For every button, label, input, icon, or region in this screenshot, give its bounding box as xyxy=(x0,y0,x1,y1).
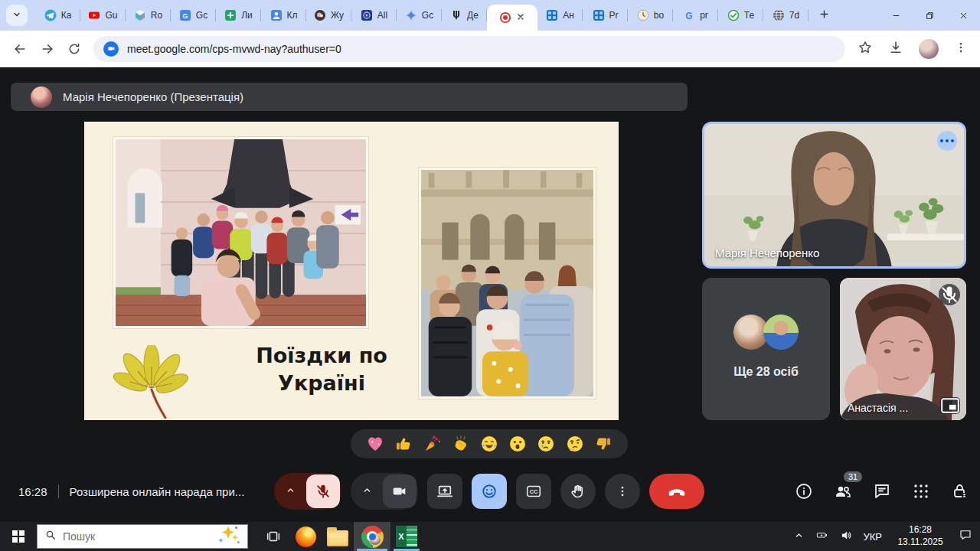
profile-avatar[interactable] xyxy=(919,39,939,59)
search-input[interactable] xyxy=(63,530,211,543)
reload-button[interactable] xyxy=(67,42,81,56)
host-controls-lock-button[interactable] xyxy=(951,482,969,500)
firefox-taskbar-icon[interactable] xyxy=(289,522,322,551)
windows-logo-icon xyxy=(12,530,24,543)
browser-tab-Ли[interactable]: Ли xyxy=(216,0,261,31)
divider xyxy=(58,484,59,498)
task-view-button[interactable] xyxy=(257,522,289,551)
start-button[interactable] xyxy=(0,522,37,551)
browser-tab-All[interactable]: All xyxy=(351,0,397,31)
slide-photo-monument xyxy=(113,137,368,328)
end-call-button[interactable] xyxy=(649,474,704,509)
chat-button[interactable] xyxy=(873,482,891,500)
reaction-sparkling-heart[interactable] xyxy=(365,434,385,454)
forward-button[interactable] xyxy=(40,41,55,57)
meeting-name: Розширена онлайн нарада при... xyxy=(70,485,245,498)
reaction-face-with-tears-of-joy[interactable] xyxy=(479,434,499,454)
url-text[interactable]: meet.google.com/cps-mvwd-nay?authuser=0 xyxy=(127,43,341,55)
reaction-clapping-hands[interactable] xyxy=(451,434,471,454)
browser-tab-active-meet[interactable] xyxy=(487,5,537,31)
participants-button[interactable]: 31 xyxy=(834,482,852,500)
address-bar[interactable]: meet.google.com/cps-mvwd-nay?authuser=0 xyxy=(93,36,845,62)
meeting-clock: 16:28 xyxy=(18,485,47,498)
raise-hand-button[interactable] xyxy=(560,474,596,509)
chestnut-leaf-illustration xyxy=(112,345,191,419)
browser-tab-bo[interactable]: bo xyxy=(628,0,673,31)
gemini-favicon-icon xyxy=(405,9,417,21)
tray-chevron-icon[interactable] xyxy=(793,530,805,544)
reaction-crying-face[interactable] xyxy=(536,434,556,454)
more-options-button[interactable] xyxy=(605,474,640,509)
downloads-icon[interactable] xyxy=(888,40,903,58)
mic-options-chevron-icon[interactable] xyxy=(285,484,296,499)
chevron-down-icon xyxy=(12,8,21,22)
browser-tab-Ка[interactable]: Ка xyxy=(35,0,80,31)
reaction-thumbs-down[interactable] xyxy=(593,434,613,454)
restore-button[interactable] xyxy=(913,0,946,31)
browser-tab-Gu[interactable]: Gu xyxy=(80,0,126,31)
back-button[interactable] xyxy=(12,41,28,57)
cube-favicon-icon xyxy=(134,9,146,21)
tab-title: Ro xyxy=(151,10,162,21)
video-tile-secondary[interactable]: Анастасія ... xyxy=(840,278,966,420)
reaction-astonished-face[interactable] xyxy=(508,434,528,454)
dark-circle-favicon-icon xyxy=(314,9,326,21)
excel-taskbar-icon[interactable]: X xyxy=(390,522,423,551)
action-center-icon[interactable] xyxy=(959,528,972,545)
chrome-taskbar-icon[interactable] xyxy=(354,522,390,551)
overflow-participants-tile[interactable]: Ще 28 осіб xyxy=(702,278,830,420)
meeting-info-left: 16:28 Розширена онлайн нарада при... xyxy=(18,473,244,510)
battery-icon[interactable] xyxy=(815,529,830,544)
tab-scroll-chevron-button[interactable] xyxy=(6,5,28,26)
speaker-icon[interactable] xyxy=(840,529,853,545)
camera-toggle-button[interactable] xyxy=(383,474,416,508)
browser-tab-Кл[interactable]: Кл xyxy=(261,0,306,31)
presenter-avatar xyxy=(31,86,52,108)
camera-options-chevron-icon[interactable] xyxy=(361,484,373,499)
browser-tab-Жу[interactable]: Жу xyxy=(306,0,351,31)
taskbar-date: 13.11.2025 xyxy=(892,536,949,549)
minimize-button[interactable] xyxy=(879,0,913,31)
reaction-party-popper[interactable] xyxy=(423,434,443,454)
browser-tab-Ан[interactable]: Ан xyxy=(537,0,583,31)
reactions-toggle-button[interactable] xyxy=(472,474,507,509)
globe-favicon-icon xyxy=(773,9,785,21)
mic-mute-button[interactable] xyxy=(306,474,340,508)
file-explorer-taskbar-icon[interactable] xyxy=(322,522,354,551)
taskbar-clock[interactable]: 16:28 13.11.2025 xyxy=(892,524,949,548)
browser-tab-pr[interactable]: Gpr xyxy=(673,0,718,31)
activities-grid-button[interactable] xyxy=(912,482,930,500)
video-tile-main-speaker[interactable]: Марія Нечепоренко xyxy=(702,122,966,269)
browser-menu-kebab-icon[interactable] xyxy=(954,41,968,57)
reaction-thumbs-up[interactable] xyxy=(394,434,413,454)
slide-title-line2: Україні xyxy=(227,370,416,397)
search-highlights-sparkle-icon xyxy=(217,525,240,548)
picture-in-picture-icon[interactable] xyxy=(940,397,960,414)
taskbar-search[interactable] xyxy=(37,524,248,549)
toolbar-right xyxy=(858,39,968,59)
close-window-button[interactable] xyxy=(946,0,980,31)
reaction-thinking-face[interactable] xyxy=(565,434,585,454)
browser-toolbar: meet.google.com/cps-mvwd-nay?authuser=0 xyxy=(0,31,980,67)
meeting-details-button[interactable] xyxy=(795,482,813,500)
browser-tab-Ro[interactable]: Ro xyxy=(126,0,171,31)
taskbar-apps: X xyxy=(257,522,423,551)
translate-favicon-icon: G xyxy=(179,9,191,21)
browser-tab-Де[interactable]: Де xyxy=(442,0,487,31)
browser-tab-Те[interactable]: Те xyxy=(718,0,763,31)
tab-title: Те xyxy=(744,10,754,21)
browser-tab-Pr[interactable]: Pr xyxy=(583,0,628,31)
tab-title: All xyxy=(377,10,387,21)
browser-tab-7d[interactable]: 7d xyxy=(763,0,808,31)
svg-text:CC: CC xyxy=(530,488,538,495)
bookmark-star-icon[interactable] xyxy=(858,40,873,58)
tab-title: Ан xyxy=(563,10,574,21)
browser-tab-Gc[interactable]: GGc xyxy=(171,0,216,31)
presenter-banner-label: Марія Нечепоренко (Презентація) xyxy=(63,90,243,103)
tile-options-button[interactable] xyxy=(937,131,957,151)
browser-tab-Gc[interactable]: Gc xyxy=(397,0,442,31)
tab-close-icon[interactable] xyxy=(516,11,525,24)
language-indicator[interactable]: УКР xyxy=(863,531,882,543)
present-screen-button[interactable] xyxy=(427,474,462,509)
new-tab-button[interactable] xyxy=(813,5,835,26)
